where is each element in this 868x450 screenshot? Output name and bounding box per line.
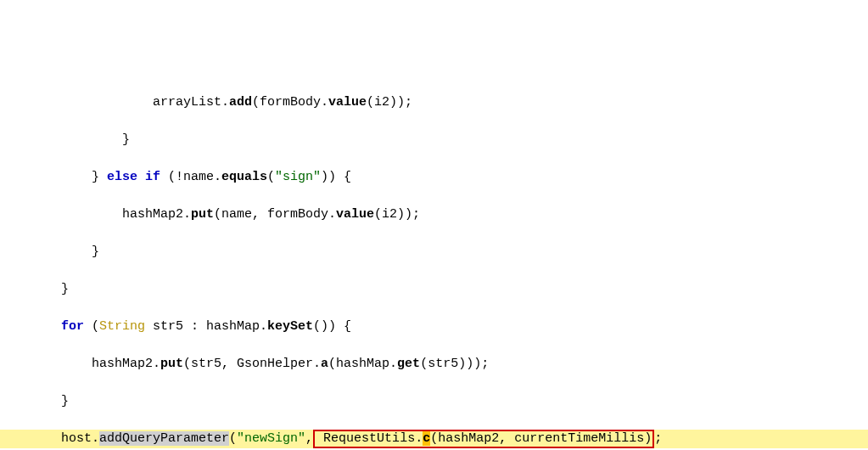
annotation-redbox: RequestUtils.c(hashMap2, currentTimeMill… <box>313 430 654 448</box>
code-line: } <box>0 243 868 262</box>
code-line-highlighted: host.addQueryParameter("newSign", Reques… <box>0 430 868 448</box>
code-line: arrayList.add(formBody.value(i2)); <box>0 93 868 112</box>
code-line: } <box>0 131 868 149</box>
code-editor[interactable]: arrayList.add(formBody.value(i2)); } } e… <box>0 75 868 450</box>
code-line: hashMap2.put(name, formBody.value(i2)); <box>0 205 868 224</box>
code-line: for (String str5 : hashMap.keySet()) { <box>0 318 868 336</box>
code-line: hashMap2.put(str5, GsonHelper.a(hashMap.… <box>0 355 868 374</box>
code-line: } else if (!name.equals("sign")) { <box>0 168 868 187</box>
code-line: } <box>0 392 868 411</box>
code-line: } <box>0 280 868 299</box>
